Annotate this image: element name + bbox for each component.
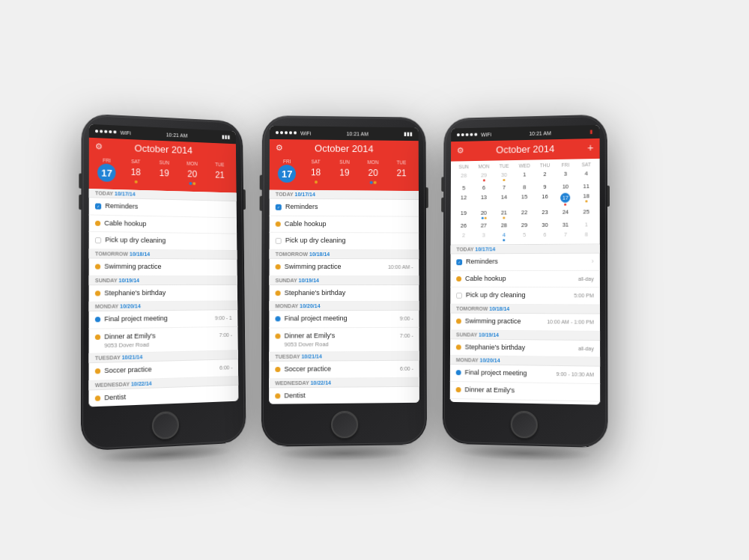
- phone-center: WiFi 10:21 AM ▮▮▮ ⚙ October 2014: [261, 115, 427, 447]
- dinner-time-left: 7:00 -: [219, 331, 232, 338]
- gear-icon-center[interactable]: ⚙: [276, 143, 283, 153]
- swimming-dot-left: [95, 264, 100, 270]
- screen-right: WiFi 10:21 AM ▮ ⚙ October 2014 +: [450, 125, 600, 405]
- reminders-checkbox-left[interactable]: [95, 203, 101, 209]
- app-header-center: ⚙ October 2014: [270, 139, 419, 160]
- header-title-right: October 2014: [464, 142, 588, 156]
- meeting-text-left: Final project meeting: [104, 314, 168, 324]
- week-day-sat[interactable]: SAT 18: [121, 158, 150, 186]
- event-bday-right[interactable]: Stephanie's birthday all-day: [450, 339, 600, 358]
- screen-left: WiFi 10:21 AM ▮▮▮ ⚙ October 2014: [88, 124, 238, 407]
- add-event-button[interactable]: +: [587, 141, 593, 153]
- dinner-sub-left: 9053 Dover Road: [104, 340, 216, 349]
- meeting-time-left: 9:00 - 1: [215, 314, 232, 321]
- status-bar-center: WiFi 10:21 AM ▮▮▮: [270, 126, 419, 141]
- shadow-left: [97, 443, 232, 466]
- event-reminders-center[interactable]: Reminders: [270, 199, 419, 217]
- week-strip-left[interactable]: FRI 17 SAT 18 SUN 19 MON: [89, 157, 237, 193]
- soccer-dot-left: [95, 368, 100, 374]
- event-meeting-center[interactable]: Final project meeting 9:00 -: [269, 311, 419, 328]
- soccer-time-left: 6:00 -: [219, 363, 232, 370]
- gear-icon-left[interactable]: ⚙: [95, 141, 103, 151]
- event-swimming-center[interactable]: Swimming practice 10:00 AM -: [269, 259, 419, 276]
- event-reminders-right[interactable]: Reminders ›: [450, 254, 599, 271]
- week-day-sun[interactable]: SUN 19: [150, 159, 178, 188]
- event-swimming-right[interactable]: Swimming practice 10:00 AM - 1:00 PM: [450, 314, 600, 332]
- week-strip-center[interactable]: FRI 17 SAT 18 SUN 19 MON: [270, 159, 419, 191]
- meeting-dot-left: [95, 317, 100, 323]
- home-button-center[interactable]: [331, 411, 358, 439]
- week-day-fri[interactable]: FRI 17: [92, 157, 121, 186]
- bday-text-left: Stephanie's birthday: [104, 289, 166, 298]
- section-sunday-left: SUNDAY 10/19/14: [89, 276, 237, 285]
- month-calendar: SUN MON TUE WED THU FRI SAT 28 29 30 1: [451, 159, 600, 246]
- reminders-text-left: Reminders: [105, 202, 138, 212]
- week-day-tue[interactable]: TUE 21: [206, 162, 234, 189]
- event-cleaning-right[interactable]: Pick up dry cleaning 5:00 PM: [450, 287, 600, 305]
- time-left: 10:21 AM: [166, 132, 188, 138]
- event-cable-right[interactable]: Cable hookup all-day: [450, 271, 600, 288]
- home-button-right[interactable]: [511, 410, 538, 438]
- shadow-right: [457, 444, 592, 463]
- swimming-text-left: Swimming practice: [104, 263, 161, 272]
- home-button-left[interactable]: [152, 411, 179, 439]
- cable-dot-left: [95, 220, 100, 225]
- event-bday-left[interactable]: Stephanie's birthday: [89, 285, 237, 303]
- screen-center: WiFi 10:21 AM ▮▮▮ ⚙ October 2014: [269, 126, 419, 404]
- reminders-chevron: ›: [592, 258, 594, 265]
- cleaning-text-left: Pick up dry cleaning: [105, 237, 166, 246]
- event-soccer-center[interactable]: Soccer practice 6:00 -: [269, 361, 419, 379]
- bday-dot-left: [95, 290, 100, 296]
- event-swimming-left[interactable]: Swimming practice: [89, 258, 237, 276]
- cleaning-checkbox-left[interactable]: [95, 237, 101, 243]
- event-dinner-left[interactable]: Dinner at Emily's 9053 Dover Road 7:00 -: [89, 327, 238, 354]
- events-list-right: TODAY 10/17/14 Reminders › Cable hookup …: [450, 245, 600, 405]
- phones-container: WiFi 10:21 AM ▮▮▮ ⚙ October 2014: [37, 18, 712, 542]
- battery-left: ▮▮▮: [222, 134, 230, 140]
- event-meeting-left[interactable]: Final project meeting 9:00 - 1: [89, 311, 238, 329]
- events-list-center: TODAY 10/17/14 Reminders Cable hookup Pi…: [269, 190, 419, 404]
- event-cable-left[interactable]: Cable hookup: [89, 215, 237, 234]
- header-title-center: October 2014: [283, 142, 404, 155]
- dentist-dot-left: [95, 395, 100, 401]
- gear-icon-right[interactable]: ⚙: [457, 145, 464, 155]
- cable-text-left: Cable hookup: [104, 219, 146, 229]
- phone-left: WiFi 10:21 AM ▮▮▮ ⚙ October 2014: [81, 113, 246, 451]
- status-signals-left: WiFi: [95, 129, 131, 136]
- dentist-text-left: Dentist: [104, 393, 126, 403]
- week-day-mon[interactable]: MON 20: [178, 160, 206, 188]
- scene: WiFi 10:21 AM ▮▮▮ ⚙ October 2014: [0, 0, 749, 560]
- event-bday-center[interactable]: Stephanie's birthday: [269, 285, 419, 302]
- phone-right: WiFi 10:21 AM ▮ ⚙ October 2014 +: [443, 115, 608, 448]
- soccer-text-left: Soccer practice: [104, 365, 151, 376]
- time-center: 10:21 AM: [347, 131, 369, 136]
- event-meeting-right[interactable]: Final project meeting 9:00 - 10:30 AM: [450, 365, 600, 384]
- header-title-left: October 2014: [103, 141, 222, 157]
- event-dinner-center[interactable]: Dinner at Emily's 9053 Dover Road 7:00 -: [269, 328, 419, 353]
- app-header-right: ⚙ October 2014 +: [451, 139, 600, 162]
- event-cleaning-center[interactable]: Pick up dry cleaning: [270, 233, 419, 250]
- event-dinner-right[interactable]: Dinner at Emily's: [450, 382, 600, 401]
- event-cable-center[interactable]: Cable hookup: [270, 216, 419, 233]
- wifi-left: WiFi: [120, 130, 130, 136]
- dinner-dot-left: [95, 335, 100, 340]
- events-list-left: TODAY 10/17/14 Reminders Cable hookup Pi…: [88, 189, 238, 407]
- shadow-center: [276, 445, 412, 462]
- time-right: 10:21 AM: [529, 130, 551, 136]
- event-cleaning-left[interactable]: Pick up dry cleaning: [89, 232, 237, 251]
